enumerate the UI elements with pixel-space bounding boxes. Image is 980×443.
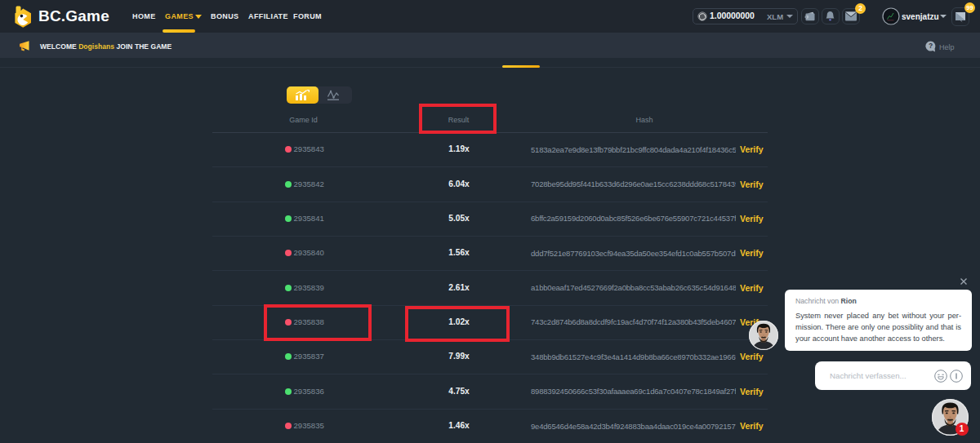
svg-text:?: ? [929,42,933,50]
